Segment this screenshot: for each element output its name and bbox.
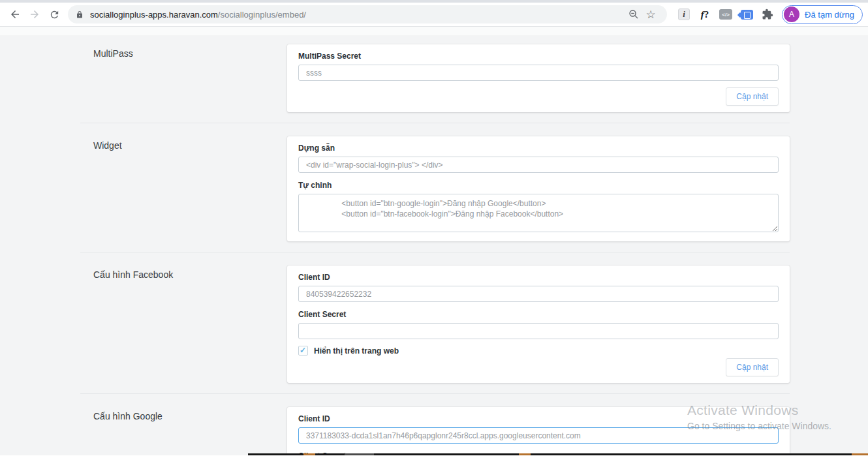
widget-prebuilt-input[interactable] xyxy=(298,157,779,173)
widget-card: Dựng sẵn Tự chỉnh <button id="btn-google… xyxy=(287,136,790,241)
url-text: socialloginplus-apps.haravan.com/sociall… xyxy=(90,10,625,20)
section-divider xyxy=(80,252,790,252)
page-content: MultiPass MultiPass Secret Cập nhật Widg… xyxy=(0,27,868,455)
widget-custom-textarea[interactable]: <button id="btn-google-login">Đăng nhập … xyxy=(298,194,779,232)
bookmark-star-button[interactable]: ☆ xyxy=(642,6,659,23)
facebook-card: Client ID Client Secret Hiển thị trên tr… xyxy=(287,266,790,383)
multipass-secret-label: MultiPass Secret xyxy=(298,52,779,61)
multipass-update-button[interactable]: Cập nhật xyxy=(726,87,779,106)
widget-prebuilt-label: Dựng sẵn xyxy=(298,144,779,153)
profile-paused-label: Đã tạm dừng xyxy=(805,10,854,20)
show-on-web-label: Hiển thị trên trang web xyxy=(314,346,399,356)
section-divider xyxy=(80,123,790,123)
section-facebook: Cấu hình Facebook Client ID Client Secre… xyxy=(80,266,868,383)
forward-icon xyxy=(29,8,40,20)
facebook-update-button[interactable]: Cập nhật xyxy=(726,358,779,376)
extension-fn-button[interactable]: f? xyxy=(696,5,713,23)
sliver-segment xyxy=(519,453,531,455)
section-google: Cấu hình Google Client ID Client Secret xyxy=(80,407,868,455)
facebook-client-id-input[interactable] xyxy=(298,286,779,302)
extension-code-button[interactable]: </> xyxy=(717,5,734,23)
multipass-secret-input[interactable] xyxy=(298,65,779,81)
profile-avatar: A xyxy=(784,7,799,22)
facebook-client-secret-label: Client Secret xyxy=(298,311,779,319)
reload-button[interactable] xyxy=(44,5,64,24)
url-domain: socialloginplus-apps.haravan.com xyxy=(90,10,218,20)
section-title-google: Cấu hình Google xyxy=(80,407,287,455)
info-extension-icon: i xyxy=(678,8,690,20)
code-extension-icon: </> xyxy=(719,9,732,20)
section-multipass: MultiPass MultiPass Secret Cập nhật xyxy=(80,44,868,112)
section-title-widget: Widget xyxy=(80,136,287,241)
back-button[interactable] xyxy=(5,5,25,24)
forward-button[interactable] xyxy=(25,5,44,24)
google-client-id-label: Client ID xyxy=(298,415,779,423)
lock-icon[interactable] xyxy=(76,10,84,19)
extension-info-button[interactable]: i xyxy=(675,5,692,23)
url-path: /socialloginplus/embed/ xyxy=(218,10,306,20)
google-card: Client ID Client Secret xyxy=(287,407,790,455)
bottom-edge-sliver xyxy=(248,453,868,455)
extension-tag-button[interactable] xyxy=(738,5,755,23)
tag-extension-icon xyxy=(741,10,753,20)
back-icon xyxy=(9,8,21,20)
widget-custom-label: Tự chỉnh xyxy=(298,181,779,190)
sliver-segment xyxy=(345,453,374,455)
zoom-out-button[interactable] xyxy=(625,6,642,23)
section-title-multipass: MultiPass xyxy=(80,44,287,112)
sliver-segment xyxy=(303,453,315,455)
multipass-card: MultiPass Secret Cập nhật xyxy=(287,44,790,112)
section-widget: Widget Dựng sẵn Tự chỉnh <button id="btn… xyxy=(80,136,868,241)
facebook-client-id-label: Client ID xyxy=(298,273,779,282)
google-client-id-input[interactable] xyxy=(298,427,779,444)
section-title-facebook: Cấu hình Facebook xyxy=(80,266,287,383)
puzzle-icon xyxy=(762,8,773,20)
reload-icon xyxy=(49,9,60,20)
facebook-client-secret-input[interactable] xyxy=(298,323,779,339)
profile-paused-button[interactable]: A Đã tạm dừng xyxy=(782,5,863,24)
browser-window: socialloginplus-apps.haravan.com/sociall… xyxy=(0,0,868,27)
star-icon: ☆ xyxy=(645,9,655,20)
extensions-menu-button[interactable] xyxy=(759,5,776,23)
browser-toolbar: socialloginplus-apps.haravan.com/sociall… xyxy=(0,3,868,27)
address-bar[interactable]: socialloginplus-apps.haravan.com/sociall… xyxy=(68,5,667,23)
show-on-web-checkbox[interactable] xyxy=(298,346,308,356)
sliver-segment xyxy=(852,453,868,455)
section-divider xyxy=(80,393,790,394)
function-extension-icon: f? xyxy=(701,9,709,20)
